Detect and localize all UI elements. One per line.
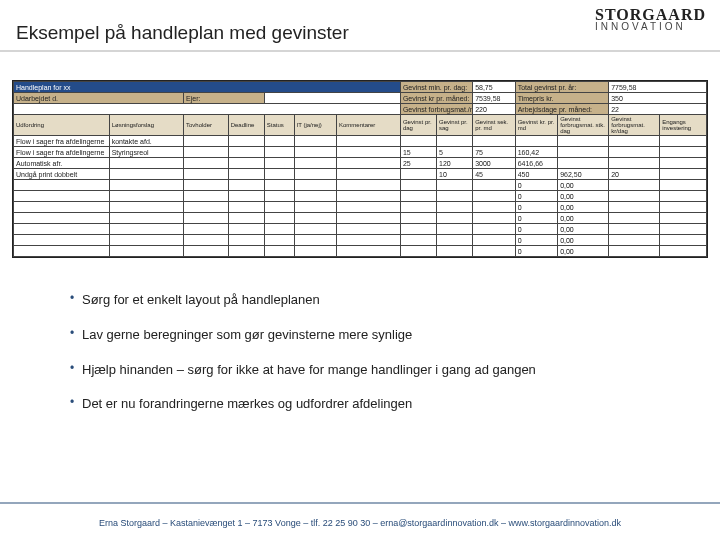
metric-v2: 7539,58	[473, 93, 516, 104]
cell	[437, 180, 473, 191]
cell	[228, 202, 264, 213]
cell	[437, 136, 473, 147]
cell	[109, 191, 183, 202]
cell	[14, 191, 110, 202]
blank	[14, 104, 401, 115]
cell: 0,00	[558, 202, 609, 213]
cell	[473, 202, 516, 213]
cell	[264, 158, 294, 169]
cell	[337, 235, 401, 246]
cell	[109, 213, 183, 224]
cell	[337, 191, 401, 202]
ejer-label: Ejer:	[184, 93, 265, 104]
cell: 0,00	[558, 246, 609, 257]
cell	[337, 147, 401, 158]
cell	[473, 136, 516, 147]
cell	[437, 213, 473, 224]
divider	[0, 50, 720, 52]
cell	[558, 158, 609, 169]
cell: 75	[473, 147, 516, 158]
cell	[400, 235, 436, 246]
cell	[400, 136, 436, 147]
cell	[14, 202, 110, 213]
cell	[660, 213, 707, 224]
cell	[609, 235, 660, 246]
hdr-c7: Kommentarer	[337, 115, 401, 136]
cell	[109, 246, 183, 257]
cell: 45	[473, 169, 516, 180]
blank	[264, 93, 400, 104]
cell: 6416,66	[515, 158, 558, 169]
cell	[337, 169, 401, 180]
cell	[228, 180, 264, 191]
cell	[294, 202, 337, 213]
cell	[109, 224, 183, 235]
bullet-icon: •	[70, 325, 82, 342]
cell	[228, 191, 264, 202]
cell	[437, 191, 473, 202]
table-row: 00,00	[14, 224, 707, 235]
bullet-text: Lav gerne beregninger som gør gevinstern…	[82, 325, 690, 346]
hdr-c10: Gevinst sek. pr. md	[473, 115, 516, 136]
hdr-c6: IT (ja/nej)	[294, 115, 337, 136]
cell: 160,42	[515, 147, 558, 158]
cell	[294, 235, 337, 246]
table-row: 00,00	[14, 180, 707, 191]
cell	[264, 246, 294, 257]
cell: 0,00	[558, 235, 609, 246]
cell	[660, 158, 707, 169]
cell	[294, 213, 337, 224]
bullet-text: Sørg for et enkelt layout på handleplane…	[82, 290, 690, 311]
metric-l3: Gevinst forbrugsmat./mån	[400, 104, 472, 115]
brand-logo: STORGAARD INNOVATION	[595, 8, 706, 31]
cell	[437, 246, 473, 257]
cell: 0	[515, 224, 558, 235]
cell	[294, 147, 337, 158]
cell	[609, 191, 660, 202]
hdr-c11: Gevinst kr. pr. md	[515, 115, 558, 136]
cell	[184, 235, 229, 246]
cell	[14, 213, 110, 224]
cell	[109, 180, 183, 191]
cell	[473, 224, 516, 235]
table-row: 00,00	[14, 213, 707, 224]
cell: 0,00	[558, 180, 609, 191]
cell	[337, 246, 401, 257]
cell	[609, 246, 660, 257]
cell	[14, 246, 110, 257]
cell	[660, 169, 707, 180]
bullet-list: •Sørg for et enkelt layout på handleplan…	[70, 290, 690, 429]
cell: 0,00	[558, 213, 609, 224]
bullet-icon: •	[70, 290, 82, 307]
hdr-c9: Gevinst pr. sag	[437, 115, 473, 136]
hdr-c3: Tovholder	[184, 115, 229, 136]
list-item: •Det er nu forandringerne mærkes og udfo…	[70, 394, 690, 415]
cell	[473, 235, 516, 246]
cell	[437, 235, 473, 246]
cell	[184, 246, 229, 257]
metric-l2: Gevinst kr pr. måned:	[400, 93, 472, 104]
cell	[660, 246, 707, 257]
cell	[228, 147, 264, 158]
hdr-c8: Gevinst pr. dag	[400, 115, 436, 136]
cell	[228, 136, 264, 147]
cell: Undgå print dobbelt	[14, 169, 110, 180]
cell: 962,50	[558, 169, 609, 180]
table-row: 00,00	[14, 246, 707, 257]
cell	[660, 136, 707, 147]
cell	[337, 158, 401, 169]
cell	[184, 147, 229, 158]
cell	[228, 213, 264, 224]
cell	[294, 169, 337, 180]
cell	[437, 224, 473, 235]
cell	[473, 191, 516, 202]
cell: Automatisk afr.	[14, 158, 110, 169]
cell	[609, 158, 660, 169]
cell: 15	[400, 147, 436, 158]
cell	[294, 246, 337, 257]
cell	[109, 158, 183, 169]
plan-title-cell: Handleplan for xx	[14, 82, 401, 93]
metric-rv3: 22	[609, 104, 707, 115]
hdr-c4: Deadline	[228, 115, 264, 136]
cell: 25	[400, 158, 436, 169]
